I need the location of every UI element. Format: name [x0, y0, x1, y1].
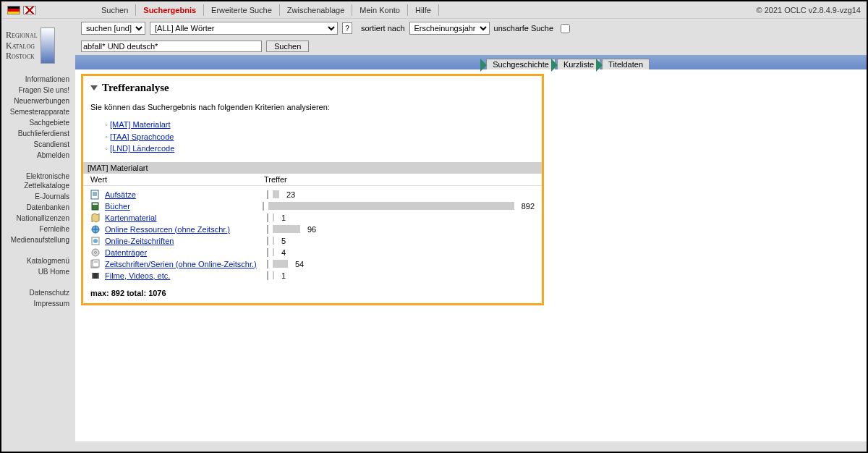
sidebar-item-impressum[interactable]: Impressum — [4, 298, 72, 309]
result-bar — [273, 237, 274, 245]
sidebar-item-semesterapparate[interactable]: Semesterapparate — [4, 106, 72, 117]
bar-separator — [267, 225, 268, 234]
sidebar-item-informationen[interactable]: Informationen — [4, 74, 72, 85]
result-link[interactable]: Filme, Videos, etc. — [105, 271, 170, 280]
tabs: SuchgeschichteKurzlisteTiteldaten — [486, 59, 650, 69]
logo-line-2: Katalog — [6, 41, 38, 51]
film-icon — [90, 271, 101, 281]
topnav-suchergebnis[interactable]: Suchergebnis — [136, 4, 204, 16]
result-value: 1 — [281, 213, 286, 222]
topnav-erweiterte-suche[interactable]: Erweiterte Suche — [204, 4, 280, 16]
col-treffer: Treffer — [264, 175, 287, 184]
result-bar — [273, 225, 300, 233]
svg-point-9 — [93, 239, 98, 243]
result-link[interactable]: Bücher — [105, 202, 130, 211]
help-icon[interactable]: ? — [342, 22, 352, 34]
result-bar — [273, 248, 274, 256]
logo: Regional Katalog Rostock — [4, 25, 72, 74]
svg-point-11 — [95, 251, 97, 253]
sidebar-item-elektronische-zettelkataloge[interactable]: Elektronische Zettelkataloge — [4, 171, 72, 191]
bar-separator — [267, 271, 268, 280]
svg-rect-13 — [93, 260, 99, 267]
result-rows: Aufsätze23Bücher892Kartenmaterial1Online… — [90, 189, 535, 281]
result-link[interactable]: Kartenmaterial — [105, 213, 157, 222]
bar-separator — [267, 190, 268, 199]
tab-suchgeschichte[interactable]: Suchgeschichte — [486, 59, 556, 69]
fuzzy-label: unscharfe Suche — [494, 24, 554, 33]
sidebar-item-katalogmen-[interactable]: Katalogmenü — [4, 255, 72, 266]
analysis-desc: Sie können das Suchergebnis nach folgend… — [90, 103, 535, 111]
topnav-hilfe[interactable]: Hilfe — [408, 4, 439, 16]
result-link[interactable]: Datenträger — [105, 248, 147, 257]
result-value: 1 — [281, 271, 286, 280]
filter-list: [MAT] Materialart[TAA] Sprachcode[LND] L… — [105, 119, 535, 155]
sidebar-item-sachgebiete[interactable]: Sachgebiete — [4, 117, 72, 128]
result-row: Online Ressourcen (ohne Zeitschr.)96 — [90, 224, 535, 235]
result-bar — [268, 202, 514, 210]
sidebar-item-medienaufstellung[interactable]: Medienaufstellung — [4, 234, 72, 245]
analysis-title: Trefferanalyse — [102, 82, 169, 94]
svg-rect-17 — [98, 273, 99, 279]
bar-separator — [267, 213, 268, 222]
sidebar-item-abmelden[interactable]: Abmelden — [4, 150, 72, 161]
top-nav: SuchenSuchergebnisErweiterte SucheZwisch… — [94, 4, 439, 16]
sort-select[interactable]: Erscheinungsjahr — [409, 22, 490, 35]
bar-separator — [267, 248, 268, 257]
flag-en-icon[interactable] — [23, 6, 36, 14]
sidebar-item-e-journals[interactable]: E-Journals — [4, 191, 72, 202]
tab-kurzliste[interactable]: Kurzliste — [557, 59, 600, 69]
result-row: Bücher892 — [90, 200, 535, 212]
search-button[interactable]: Suchen — [266, 41, 309, 52]
topnav-suchen[interactable]: Suchen — [94, 4, 136, 16]
svg-marker-6 — [92, 213, 99, 222]
sidebar-item-fragen-sie-uns-[interactable]: Fragen Sie uns! — [4, 85, 72, 96]
sidebar-group-1: InformationenFragen Sie uns!Neuerwerbung… — [4, 74, 72, 161]
result-row: Filme, Videos, etc.1 — [90, 270, 535, 281]
current-filter-head: [MAT] Materialart — [83, 162, 542, 174]
sidebar: Regional Katalog Rostock InformationenFr… — [1, 19, 75, 452]
result-bar — [273, 271, 274, 279]
sidebar-item-datenschutz[interactable]: Datenschutz — [4, 287, 72, 298]
result-row: Zeitschriften/Serien (ohne Online-Zeitsc… — [90, 258, 535, 270]
sidebar-group-4: DatenschutzImpressum — [4, 287, 72, 309]
topnav-mein-konto[interactable]: Mein Konto — [352, 4, 408, 16]
result-value: 4 — [281, 248, 286, 257]
bool-select[interactable]: suchen [und] — [81, 22, 145, 35]
filter-link[interactable]: [TAA] Sprachcode — [110, 132, 174, 141]
bar-separator — [263, 202, 264, 211]
result-value: 23 — [286, 190, 295, 199]
sidebar-item-neuerwerbungen[interactable]: Neuerwerbungen — [4, 96, 72, 106]
flag-de-icon[interactable] — [7, 6, 20, 14]
field-select[interactable]: [ALL] Alle Wörter — [150, 22, 338, 35]
result-row: Datenträger4 — [90, 247, 535, 258]
topnav-zwischenablage[interactable]: Zwischenablage — [280, 4, 353, 16]
col-wert: Wert — [83, 175, 264, 184]
result-link[interactable]: Online-Zeitschriften — [105, 237, 174, 245]
filter-link[interactable]: [MAT] Materialart — [110, 120, 171, 129]
result-link[interactable]: Zeitschriften/Serien (ohne Online-Zeitsc… — [105, 260, 257, 268]
online-icon — [90, 224, 101, 234]
sidebar-item-scandienst[interactable]: Scandienst — [4, 139, 72, 150]
collapse-icon[interactable] — [90, 85, 98, 90]
sidebar-item-datenbanken[interactable]: Datenbanken — [4, 202, 72, 213]
svg-rect-16 — [92, 273, 93, 279]
bar-separator — [267, 260, 268, 268]
filter-link[interactable]: [LND] Ländercode — [110, 144, 174, 153]
result-link[interactable]: Online Ressourcen (ohne Zeitschr.) — [105, 225, 230, 234]
search-input[interactable] — [81, 41, 262, 52]
sidebar-item-nationallizenzen[interactable]: Nationallizenzen — [4, 213, 72, 224]
sidebar-item-fernleihe[interactable]: Fernleihe — [4, 224, 72, 234]
result-link[interactable]: Aufsätze — [105, 190, 136, 199]
fuzzy-checkbox[interactable] — [561, 24, 570, 33]
copyright-text: © 2021 OCLC v2.8.4.9-vzg14 — [757, 6, 861, 14]
svg-rect-0 — [91, 190, 98, 199]
result-value: 96 — [307, 225, 316, 234]
sort-label: sortiert nach — [361, 24, 405, 33]
result-row: Aufsätze23 — [90, 189, 535, 200]
sidebar-group-3: KatalogmenüUB Home — [4, 255, 72, 277]
top-bar: SuchenSuchergebnisErweiterte SucheZwisch… — [1, 1, 867, 19]
tab-titeldaten[interactable]: Titeldaten — [602, 59, 650, 69]
sidebar-item-buchlieferdienst[interactable]: Buchlieferdienst — [4, 128, 72, 139]
sidebar-item-ub-home[interactable]: UB Home — [4, 266, 72, 277]
analysis-panel: Trefferanalyse Sie können das Suchergebn… — [81, 74, 544, 305]
